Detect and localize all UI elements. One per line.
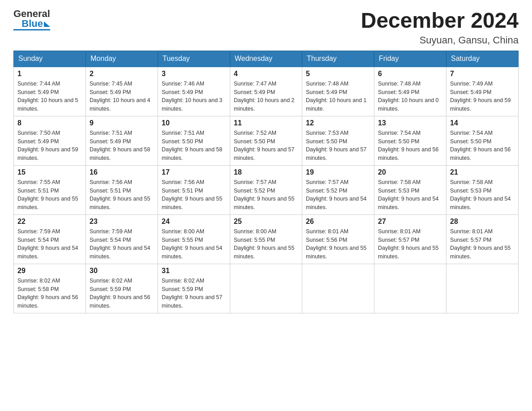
calendar-cell: 8 Sunrise: 7:50 AMSunset: 5:49 PMDayligh…	[14, 116, 86, 165]
day-number: 3	[162, 70, 226, 78]
day-number: 28	[450, 218, 515, 226]
calendar-header: SundayMondayTuesdayWednesdayThursdayFrid…	[14, 51, 519, 67]
day-number: 30	[90, 267, 154, 275]
day-info: Sunrise: 7:54 AMSunset: 5:50 PMDaylight:…	[450, 130, 511, 161]
day-info: Sunrise: 7:58 AMSunset: 5:53 PMDaylight:…	[450, 179, 511, 210]
day-info: Sunrise: 7:48 AMSunset: 5:49 PMDaylight:…	[306, 81, 367, 112]
calendar-cell: 23 Sunrise: 7:59 AMSunset: 5:54 PMDaylig…	[86, 214, 158, 264]
weekday-header-tuesday: Tuesday	[158, 51, 230, 67]
day-number: 4	[234, 70, 298, 78]
calendar-week-5: 29 Sunrise: 8:02 AMSunset: 5:58 PMDaylig…	[14, 264, 519, 313]
day-info: Sunrise: 7:47 AMSunset: 5:49 PMDaylight:…	[234, 81, 295, 112]
weekday-header-friday: Friday	[374, 51, 446, 67]
day-info: Sunrise: 8:00 AMSunset: 5:55 PMDaylight:…	[162, 228, 223, 260]
calendar-cell: 30 Sunrise: 8:02 AMSunset: 5:59 PMDaylig…	[86, 264, 158, 313]
day-info: Sunrise: 7:52 AMSunset: 5:50 PMDaylight:…	[234, 130, 295, 161]
calendar-body: 1 Sunrise: 7:44 AMSunset: 5:49 PMDayligh…	[14, 67, 519, 313]
calendar-cell: 20 Sunrise: 7:58 AMSunset: 5:53 PMDaylig…	[374, 165, 446, 214]
day-info: Sunrise: 7:51 AMSunset: 5:50 PMDaylight:…	[162, 130, 223, 161]
day-number: 16	[90, 168, 154, 176]
day-number: 11	[234, 119, 298, 127]
day-number: 17	[162, 168, 226, 176]
weekday-header-sunday: Sunday	[14, 51, 86, 67]
calendar-cell: 1 Sunrise: 7:44 AMSunset: 5:49 PMDayligh…	[14, 67, 86, 116]
day-number: 22	[17, 218, 82, 226]
day-number: 24	[162, 218, 226, 226]
day-number: 19	[306, 168, 370, 176]
day-info: Sunrise: 7:57 AMSunset: 5:52 PMDaylight:…	[234, 179, 295, 210]
calendar-cell	[374, 264, 446, 313]
day-info: Sunrise: 8:02 AMSunset: 5:59 PMDaylight:…	[90, 278, 150, 309]
day-info: Sunrise: 7:49 AMSunset: 5:49 PMDaylight:…	[450, 81, 511, 112]
logo-underline	[13, 29, 50, 30]
day-number: 14	[450, 119, 515, 127]
calendar-cell: 12 Sunrise: 7:53 AMSunset: 5:50 PMDaylig…	[302, 116, 374, 165]
calendar-cell	[446, 264, 519, 313]
page-header: General Blue December 2024 Suyuan, Gansu…	[13, 9, 519, 46]
weekday-header-thursday: Thursday	[302, 51, 374, 67]
day-info: Sunrise: 7:57 AMSunset: 5:52 PMDaylight:…	[306, 179, 367, 210]
day-info: Sunrise: 7:59 AMSunset: 5:54 PMDaylight:…	[17, 228, 78, 260]
day-info: Sunrise: 7:45 AMSunset: 5:49 PMDaylight:…	[90, 81, 150, 112]
calendar-cell: 16 Sunrise: 7:56 AMSunset: 5:51 PMDaylig…	[86, 165, 158, 214]
calendar-cell: 2 Sunrise: 7:45 AMSunset: 5:49 PMDayligh…	[86, 67, 158, 116]
calendar-week-3: 15 Sunrise: 7:55 AMSunset: 5:51 PMDaylig…	[14, 165, 519, 214]
day-info: Sunrise: 8:02 AMSunset: 5:59 PMDaylight:…	[162, 278, 223, 309]
day-info: Sunrise: 7:56 AMSunset: 5:51 PMDaylight:…	[162, 179, 223, 210]
day-number: 10	[162, 119, 226, 127]
day-number: 12	[306, 119, 370, 127]
day-number: 2	[90, 70, 154, 78]
day-number: 7	[450, 70, 515, 78]
calendar-cell: 10 Sunrise: 7:51 AMSunset: 5:50 PMDaylig…	[158, 116, 230, 165]
calendar-week-1: 1 Sunrise: 7:44 AMSunset: 5:49 PMDayligh…	[14, 67, 519, 116]
weekday-header-monday: Monday	[86, 51, 158, 67]
day-info: Sunrise: 8:01 AMSunset: 5:57 PMDaylight:…	[450, 228, 511, 260]
day-number: 26	[306, 218, 370, 226]
calendar-cell: 25 Sunrise: 8:00 AMSunset: 5:55 PMDaylig…	[230, 214, 302, 264]
day-number: 23	[90, 218, 154, 226]
calendar-cell: 26 Sunrise: 8:01 AMSunset: 5:56 PMDaylig…	[302, 214, 374, 264]
calendar-cell: 4 Sunrise: 7:47 AMSunset: 5:49 PMDayligh…	[230, 67, 302, 116]
day-number: 20	[378, 168, 442, 176]
day-number: 25	[234, 218, 298, 226]
day-number: 27	[378, 218, 442, 226]
day-info: Sunrise: 7:59 AMSunset: 5:54 PMDaylight:…	[90, 228, 150, 260]
day-number: 8	[17, 119, 82, 127]
calendar-week-4: 22 Sunrise: 7:59 AMSunset: 5:54 PMDaylig…	[14, 214, 519, 264]
calendar-cell: 22 Sunrise: 7:59 AMSunset: 5:54 PMDaylig…	[14, 214, 86, 264]
logo-arrow-icon	[44, 21, 50, 27]
day-info: Sunrise: 7:50 AMSunset: 5:49 PMDaylight:…	[17, 130, 78, 161]
day-number: 18	[234, 168, 298, 176]
page-title: December 2024	[361, 9, 519, 33]
day-info: Sunrise: 7:55 AMSunset: 5:51 PMDaylight:…	[17, 179, 78, 210]
day-info: Sunrise: 7:56 AMSunset: 5:51 PMDaylight:…	[90, 179, 150, 210]
calendar-cell: 15 Sunrise: 7:55 AMSunset: 5:51 PMDaylig…	[14, 165, 86, 214]
calendar-cell: 5 Sunrise: 7:48 AMSunset: 5:49 PMDayligh…	[302, 67, 374, 116]
calendar-week-2: 8 Sunrise: 7:50 AMSunset: 5:49 PMDayligh…	[14, 116, 519, 165]
calendar-cell: 9 Sunrise: 7:51 AMSunset: 5:49 PMDayligh…	[86, 116, 158, 165]
calendar-cell: 19 Sunrise: 7:57 AMSunset: 5:52 PMDaylig…	[302, 165, 374, 214]
day-info: Sunrise: 8:00 AMSunset: 5:55 PMDaylight:…	[234, 228, 295, 260]
day-number: 21	[450, 168, 515, 176]
day-info: Sunrise: 7:48 AMSunset: 5:49 PMDaylight:…	[378, 81, 439, 112]
weekday-header-row: SundayMondayTuesdayWednesdayThursdayFrid…	[14, 51, 519, 67]
calendar-cell: 7 Sunrise: 7:49 AMSunset: 5:49 PMDayligh…	[446, 67, 519, 116]
weekday-header-wednesday: Wednesday	[230, 51, 302, 67]
calendar-cell: 11 Sunrise: 7:52 AMSunset: 5:50 PMDaylig…	[230, 116, 302, 165]
logo: General Blue	[13, 9, 50, 30]
day-number: 1	[17, 70, 82, 78]
calendar-cell: 24 Sunrise: 8:00 AMSunset: 5:55 PMDaylig…	[158, 214, 230, 264]
day-number: 15	[17, 168, 82, 176]
day-number: 29	[17, 267, 82, 275]
calendar-cell: 28 Sunrise: 8:01 AMSunset: 5:57 PMDaylig…	[446, 214, 519, 264]
day-number: 31	[162, 267, 226, 275]
calendar-cell: 14 Sunrise: 7:54 AMSunset: 5:50 PMDaylig…	[446, 116, 519, 165]
calendar-cell: 21 Sunrise: 7:58 AMSunset: 5:53 PMDaylig…	[446, 165, 519, 214]
calendar-cell: 18 Sunrise: 7:57 AMSunset: 5:52 PMDaylig…	[230, 165, 302, 214]
calendar-cell: 27 Sunrise: 8:01 AMSunset: 5:57 PMDaylig…	[374, 214, 446, 264]
day-info: Sunrise: 8:01 AMSunset: 5:57 PMDaylight:…	[378, 228, 439, 260]
page-subtitle: Suyuan, Gansu, China	[361, 34, 519, 46]
calendar-cell: 3 Sunrise: 7:46 AMSunset: 5:49 PMDayligh…	[158, 67, 230, 116]
day-number: 6	[378, 70, 442, 78]
day-info: Sunrise: 7:58 AMSunset: 5:53 PMDaylight:…	[378, 179, 439, 210]
